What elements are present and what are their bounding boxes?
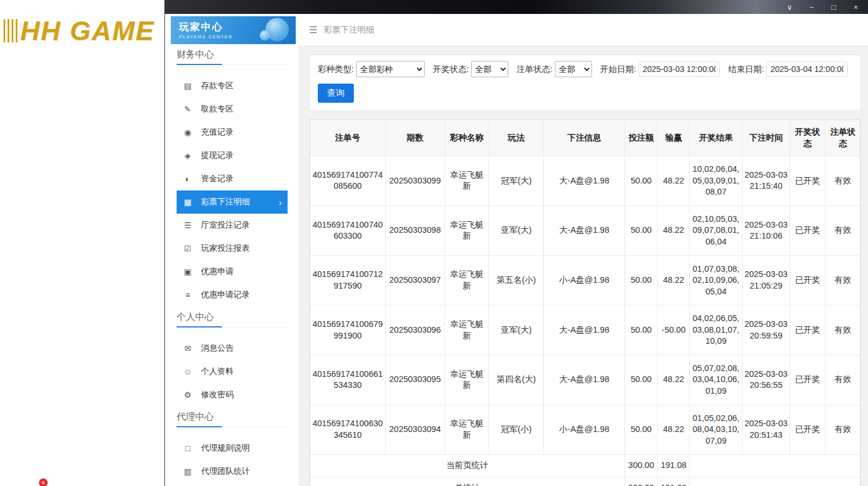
table-row: 40156917410071291759020250303097幸运飞艇新第五名… xyxy=(310,255,860,305)
sidebar-item-label: 消息公告 xyxy=(201,343,234,354)
recharge-record-icon: ◉ xyxy=(182,128,193,137)
table-cell: 有效 xyxy=(826,255,860,305)
sidebar-section-title: 代理中心 xyxy=(177,411,287,427)
lottery-type-select[interactable]: 全部彩种 xyxy=(356,61,425,77)
sidebar-item-label: 资金记录 xyxy=(201,174,234,184)
table-cell: 401569174100661534330 xyxy=(310,355,386,405)
sidebar-item-label: 个人资料 xyxy=(201,366,234,377)
summary-bet-total: 300.00 xyxy=(625,477,658,486)
start-date-input[interactable] xyxy=(639,62,720,77)
logo-text: HH GAME xyxy=(20,15,155,46)
end-date-input[interactable] xyxy=(766,62,848,77)
table-cell: 401569174100712917590 xyxy=(310,255,386,305)
table-cell: 有效 xyxy=(826,305,860,355)
table-row: 40156917410066153433020250303095幸运飞艇新第四名… xyxy=(310,355,860,405)
logo-bars-decoration xyxy=(3,19,19,42)
sidebar-item-label: 充值记录 xyxy=(201,127,234,138)
withdraw-icon: ✎ xyxy=(182,105,193,114)
summary-empty xyxy=(690,477,860,486)
withdrawal-record-icon: ◈ xyxy=(182,151,193,160)
sidebar-item-lottery-bet-details[interactable]: ▦彩票下注明细› xyxy=(177,190,288,214)
end-date-label: 结束日期: xyxy=(728,64,764,75)
hall-record-icon: ☰ xyxy=(182,221,193,230)
minimize-button[interactable]: − xyxy=(808,3,816,11)
bet-table: 注单号期数彩种名称玩法下注信息投注额输赢开奖结果下注时间开奖状态注单状态 401… xyxy=(310,120,860,486)
sidebar-section-title: 财务中心 xyxy=(177,49,287,65)
sidebar-item-funds-records[interactable]: ◐资金记录 xyxy=(177,167,288,190)
table-cell: 已开奖 xyxy=(790,206,826,255)
table-cell: 第五名(小) xyxy=(489,255,544,305)
summary-label: 当前页统计 xyxy=(310,455,625,477)
table-header-cell: 期数 xyxy=(385,120,444,156)
titlebar-chevron-down-icon[interactable]: ∨ xyxy=(785,3,794,11)
sidebar-item-promo-apply-records[interactable]: ≡优惠申请记录 xyxy=(177,283,288,307)
table-cell: 大-A盘@1.98 xyxy=(544,156,625,206)
table-cell: 亚军(大) xyxy=(489,206,544,255)
table-cell: 亚军(大) xyxy=(489,305,544,355)
sidebar-item-change-password[interactable]: ⚙修改密码 xyxy=(177,383,288,406)
bet-status-select[interactable]: 全部 xyxy=(555,61,592,77)
gear-icon: ⚙ xyxy=(182,390,193,399)
menu-icon[interactable]: ☰ xyxy=(309,24,317,35)
error-close-icon[interactable]: ✕ xyxy=(39,478,48,486)
sidebar-item-label: 取款专区 xyxy=(201,104,234,114)
app-window: ∨ − □ × 玩家中心 PLAYERS CENTER 财务中心▤存款专区✎取款… xyxy=(164,0,868,486)
promo-apply-icon: ▣ xyxy=(182,267,193,276)
table-header-cell: 输赢 xyxy=(658,120,690,156)
app-logo: HH GAME xyxy=(3,15,155,46)
sidebar-item-recharge-records[interactable]: ◉充值记录 xyxy=(177,121,288,144)
sidebar-section-title: 个人中心 xyxy=(177,311,287,327)
table-cell: 02,10,05,03,09,07,08,01,06,04 xyxy=(690,206,743,255)
sidebar-item-label: 玩家投注报表 xyxy=(201,243,250,254)
close-button[interactable]: × xyxy=(852,3,860,11)
table-cell: 冠军(小) xyxy=(489,405,544,455)
search-button[interactable]: 查询 xyxy=(318,84,354,103)
draw-status-label: 开奖状态: xyxy=(433,64,469,75)
table-cell: 50.00 xyxy=(625,156,658,206)
sidebar-item-label: 修改密码 xyxy=(201,390,234,400)
sidebar-item-deposit-zone[interactable]: ▤存款专区 xyxy=(177,74,288,98)
table-cell: 01,07,03,08,02,10,09,06,05,04 xyxy=(690,255,743,305)
sidebar-item-label: 优惠申请 xyxy=(201,267,234,277)
table-header-cell: 下注信息 xyxy=(544,120,625,156)
table-cell: 2025-03-03 21:10:06 xyxy=(743,206,790,255)
sidebar-item-profile[interactable]: ☺个人资料 xyxy=(177,360,288,383)
sidebar-nav: 财务中心▤存款专区✎取款专区◉充值记录◈提现记录◐资金记录▦彩票下注明细›☰厅室… xyxy=(165,49,299,483)
window-titlebar: ∨ − □ × xyxy=(165,0,868,14)
table-header-cell: 下注时间 xyxy=(743,120,790,156)
deposit-icon: ▤ xyxy=(182,81,193,91)
maximize-button[interactable]: □ xyxy=(830,3,838,11)
person-icon: ☺ xyxy=(182,367,193,376)
table-row: 40156917410063034561020250303094幸运飞艇新冠军(… xyxy=(310,405,860,455)
sidebar-item-withdraw-zone[interactable]: ✎取款专区 xyxy=(177,98,288,121)
table-header-cell: 开奖结果 xyxy=(690,120,743,156)
start-date-label: 开始日期: xyxy=(600,64,636,75)
table-cell: 20250303096 xyxy=(385,305,444,355)
table-header-cell: 注单号 xyxy=(310,120,386,156)
lottery-detail-icon: ▦ xyxy=(182,197,193,207)
table-cell: 10,02,06,04,05,03,09,01,08,07 xyxy=(690,156,743,206)
table-cell: 48.22 xyxy=(658,405,690,455)
table-cell: -50.00 xyxy=(658,305,690,355)
table-cell: 2025-03-03 20:51:43 xyxy=(743,405,790,455)
sidebar: 玩家中心 PLAYERS CENTER 财务中心▤存款专区✎取款专区◉充值记录◈… xyxy=(165,14,299,486)
sidebar-item-hall-bet-records[interactable]: ☰厅室投注记录 xyxy=(177,214,288,237)
sidebar-item-agent-rules[interactable]: □代理规则说明 xyxy=(177,437,288,460)
table-cell: 2025-03-03 21:15:40 xyxy=(743,156,790,206)
table-cell: 05,07,02,08,03,04,10,06,01,09 xyxy=(690,355,743,405)
table-cell: 小-A盘@1.98 xyxy=(544,255,625,305)
table-cell: 幸运飞艇新 xyxy=(445,156,489,206)
sidebar-item-agent-team[interactable]: ▥代理团队统计 xyxy=(177,460,288,483)
sidebar-item-withdrawal-records[interactable]: ◈提现记录 xyxy=(177,144,288,167)
table-cell: 有效 xyxy=(826,405,860,455)
summary-row: 当前页统计300.00191.08 xyxy=(310,455,860,477)
draw-status-select[interactable]: 全部 xyxy=(471,61,508,77)
sidebar-item-promo-apply[interactable]: ▣优惠申请 xyxy=(177,260,288,283)
table-cell: 有效 xyxy=(826,206,860,255)
table-cell: 大-A盘@1.98 xyxy=(544,305,625,355)
table-row: 40156917410067999190020250303096幸运飞艇新亚军(… xyxy=(310,305,860,355)
bet-table-panel: 注单号期数彩种名称玩法下注信息投注额输赢开奖结果下注时间开奖状态注单状态 401… xyxy=(309,119,861,486)
sidebar-item-player-bet-report[interactable]: ☑玩家投注报表 xyxy=(177,237,288,260)
sidebar-item-messages[interactable]: ✉消息公告 xyxy=(177,337,288,360)
promo-record-icon: ≡ xyxy=(182,290,193,300)
